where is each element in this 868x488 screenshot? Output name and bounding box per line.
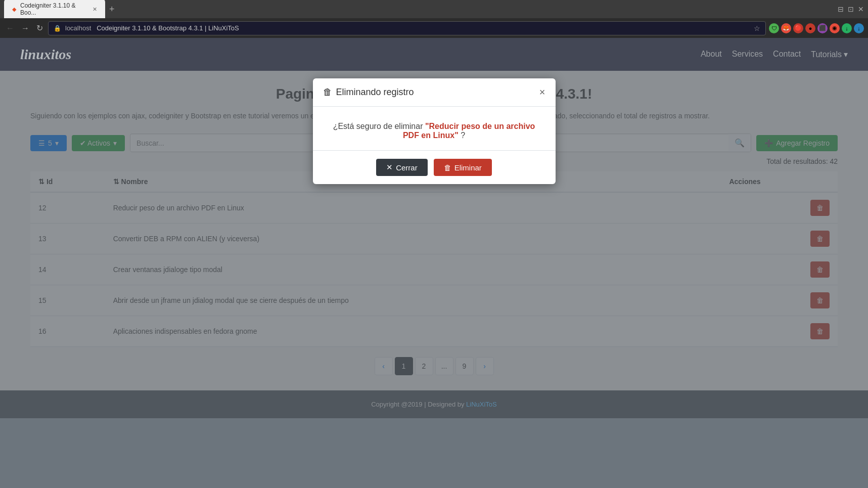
browser-toolbar: ← → ↻ 🔒 localhost Codeigniter 3.1.10 & B… xyxy=(0,18,868,38)
ext-icon-6[interactable]: ◉ xyxy=(830,23,840,33)
modal-overlay: 🗑 Eliminando registro × ¿Está seguro de … xyxy=(0,38,868,418)
ext-icon-8[interactable]: ↓ xyxy=(854,23,864,33)
modal-title: 🗑 Eliminando registro xyxy=(323,87,414,98)
active-tab[interactable]: ◆ Codeigniter 3.1.10 & Boo... ✕ xyxy=(4,0,105,19)
close-window-icon[interactable]: ✕ xyxy=(858,5,864,13)
modal-dialog: 🗑 Eliminando registro × ¿Está seguro de … xyxy=(313,78,556,184)
address-bar[interactable]: 🔒 localhost Codeigniter 3.1.10 & Bootstr… xyxy=(48,21,766,35)
new-tab-button[interactable]: + xyxy=(105,4,119,15)
ext-icon-1[interactable]: 🛡 xyxy=(769,23,779,33)
website-wrapper: linuxitos About Services Contact Tutoria… xyxy=(0,38,868,418)
url-display: localhost Codeigniter 3.1.10 & Bootstrap… xyxy=(65,24,750,32)
minimize-icon[interactable]: ⊟ xyxy=(838,5,844,13)
ext-icon-7[interactable]: ↓ xyxy=(842,23,852,33)
modal-footer: ✕ Cerrar 🗑 Eliminar xyxy=(313,150,556,184)
ext-icon-5[interactable]: ⬛ xyxy=(817,23,828,33)
delete-trash-icon: 🗑 xyxy=(444,163,451,172)
tab-favicon: ◆ xyxy=(12,6,16,13)
modal-delete-button[interactable]: 🗑 Eliminar xyxy=(434,159,492,176)
modal-body: ¿Está seguro de eliminar "Reducir peso d… xyxy=(313,107,556,150)
browser-extensions: 🛡 🦊 🔴 ● ⬛ ◉ ↓ ↓ xyxy=(769,23,864,33)
browser-chrome: ◆ Codeigniter 3.1.10 & Boo... ✕ + ⊟ ⊡ ✕ … xyxy=(0,0,868,38)
modal-close-action-button[interactable]: ✕ Cerrar xyxy=(376,159,428,176)
back-button[interactable]: ← xyxy=(4,22,16,35)
ext-icon-2[interactable]: 🦊 xyxy=(781,23,791,33)
ext-icon-4[interactable]: ● xyxy=(805,23,815,33)
refresh-button[interactable]: ↻ xyxy=(34,21,45,35)
bookmark-icon[interactable]: ☆ xyxy=(754,24,760,32)
ssl-lock-icon: 🔒 xyxy=(54,25,61,32)
maximize-icon[interactable]: ⊡ xyxy=(848,5,854,13)
tab-title: Codeigniter 3.1.10 & Boo... xyxy=(20,2,88,16)
modal-trash-icon: 🗑 xyxy=(323,87,332,98)
modal-close-button[interactable]: × xyxy=(539,86,545,98)
close-x-icon: ✕ xyxy=(386,163,393,172)
modal-header: 🗑 Eliminando registro × xyxy=(313,78,556,107)
ext-icon-3[interactable]: 🔴 xyxy=(793,23,803,33)
forward-button[interactable]: → xyxy=(19,22,31,35)
tab-close-button[interactable]: ✕ xyxy=(93,6,97,13)
browser-tabs: ◆ Codeigniter 3.1.10 & Boo... ✕ + ⊟ ⊡ ✕ xyxy=(0,0,868,18)
